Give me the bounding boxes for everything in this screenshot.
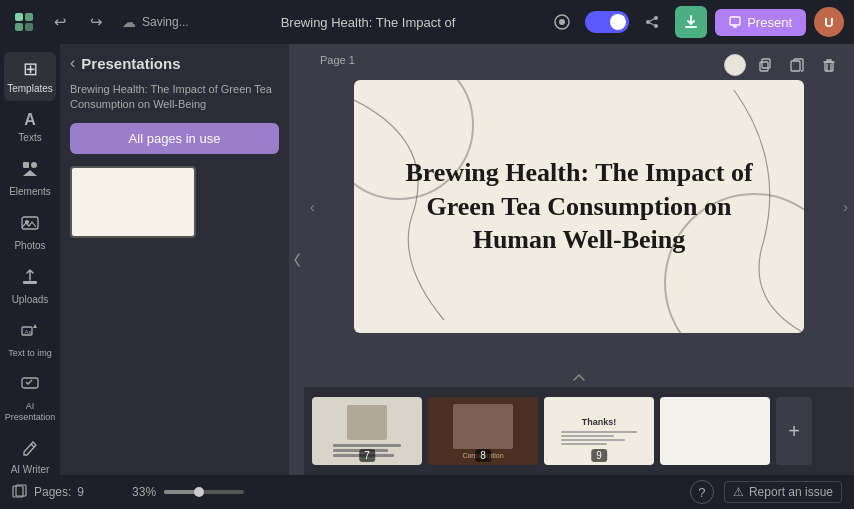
scroll-left-button[interactable]: ‹	[310, 199, 315, 215]
duplicate-button[interactable]	[752, 52, 778, 78]
svg-rect-23	[22, 378, 38, 388]
zoom-slider-fill	[164, 490, 196, 494]
help-button[interactable]: ?	[690, 480, 714, 504]
uploads-icon	[21, 268, 39, 291]
filmstrip-slide-7[interactable]: 7	[312, 397, 422, 465]
svg-rect-28	[791, 61, 800, 71]
pages-count: 9	[77, 485, 84, 499]
zoom-slider-thumb	[194, 487, 204, 497]
sidebar-collapse-handle[interactable]	[290, 44, 304, 475]
present-button[interactable]: Present	[715, 9, 806, 36]
user-avatar[interactable]: U	[814, 7, 844, 37]
svg-rect-2	[15, 23, 23, 31]
filmstrip-slide-8[interactable]: Consumption 8	[428, 397, 538, 465]
panel-subtitle: Brewing Health: The Impact of Green Tea …	[70, 82, 279, 113]
filmstrip-slide-blank[interactable]	[660, 397, 770, 465]
topbar-actions: Present U	[547, 6, 844, 38]
redo-button[interactable]: ↪	[82, 8, 110, 36]
page-style-indicator[interactable]	[724, 54, 746, 76]
page-label: Page 1	[320, 54, 355, 66]
templates-icon: ⊞	[23, 58, 38, 80]
thumb-image-area	[347, 405, 387, 440]
thumb-lines	[561, 431, 636, 445]
document-title[interactable]: Brewing Health: The Impact of	[197, 15, 539, 30]
slide-number-badge: 7	[359, 449, 375, 462]
slide-number-badge: 9	[591, 449, 607, 462]
zoom-area: 33%	[132, 485, 244, 499]
svg-rect-14	[23, 162, 29, 168]
thumb-thanks-title: Thanks!	[582, 417, 617, 427]
all-pages-button[interactable]: All pages in use	[70, 123, 279, 154]
ai-presentation-icon	[21, 375, 39, 398]
sidebar-item-templates[interactable]: ⊞ Templates	[4, 52, 56, 101]
warning-icon: ⚠	[733, 485, 744, 499]
sidebar-item-ai-writer[interactable]: AI Writer	[4, 432, 56, 475]
sidebar-item-texts[interactable]: A Texts	[4, 105, 56, 150]
panel-back-button[interactable]: ‹	[70, 54, 75, 72]
filmstrip-slide-9[interactable]: Thanks! 9	[544, 397, 654, 465]
filmstrip: 7 Consumption 8 Thanks!	[304, 387, 854, 475]
sidebar-item-uploads[interactable]: Uploads	[4, 262, 56, 312]
filmstrip-expand-handle[interactable]	[304, 369, 854, 387]
text-to-img-icon: Aa	[21, 322, 39, 345]
bottombar-right: ? ⚠ Report an issue	[690, 480, 842, 504]
panel-title: Presentations	[81, 55, 180, 72]
svg-point-5	[559, 19, 565, 25]
add-page-button[interactable]: +	[776, 397, 812, 465]
svg-rect-29	[825, 62, 833, 71]
svg-rect-11	[730, 17, 740, 25]
photos-icon	[21, 214, 39, 237]
svg-rect-0	[15, 13, 23, 21]
svg-marker-22	[33, 324, 37, 328]
icon-sidebar: ⊞ Templates A Texts Elements Photos Uplo…	[0, 44, 60, 475]
svg-rect-3	[25, 23, 33, 31]
svg-text:Aa: Aa	[25, 329, 33, 335]
sidebar-item-text-to-img[interactable]: Aa Text to img	[4, 316, 56, 365]
delete-button[interactable]	[816, 52, 842, 78]
cloud-icon: ☁	[122, 14, 136, 30]
svg-line-10	[648, 22, 656, 26]
svg-rect-27	[762, 59, 770, 68]
main-area: ⊞ Templates A Texts Elements Photos Uplo…	[0, 44, 854, 475]
svg-marker-16	[23, 170, 37, 176]
app-logo[interactable]	[10, 8, 38, 36]
svg-rect-26	[760, 62, 768, 71]
saving-status: ☁ Saving...	[122, 14, 189, 30]
zoom-level: 33%	[132, 485, 156, 499]
bottombar: Pages: 9 33% ? ⚠ Report an issue	[0, 475, 854, 509]
undo-button[interactable]: ↩	[46, 8, 74, 36]
slide-canvas[interactable]: Brewing Health: The Impact of Green Tea …	[354, 80, 804, 333]
svg-rect-1	[25, 13, 33, 21]
svg-rect-19	[23, 281, 37, 284]
report-issue-button[interactable]: ⚠ Report an issue	[724, 481, 842, 503]
ai-button[interactable]	[547, 7, 577, 37]
pages-label: Pages:	[34, 485, 71, 499]
canvas-scroll: Page 1 ‹ ›	[304, 44, 854, 369]
download-button[interactable]	[675, 6, 707, 38]
thumb-dark-image	[453, 404, 513, 449]
toggle-switch[interactable]	[585, 11, 629, 33]
sidebar-item-photos[interactable]: Photos	[4, 208, 56, 258]
copy-button[interactable]	[784, 52, 810, 78]
slide-thumbnail-preview[interactable]	[70, 166, 196, 238]
elements-icon	[21, 160, 39, 183]
panel-header: ‹ Presentations	[70, 54, 279, 72]
slide-content: Brewing Health: The Impact of Green Tea …	[375, 126, 782, 287]
scroll-right-button[interactable]: ›	[843, 199, 848, 215]
sidebar-item-elements[interactable]: Elements	[4, 154, 56, 204]
sidebar-item-ai-presentation[interactable]: AI Presentation	[4, 369, 56, 429]
zoom-slider[interactable]	[164, 490, 244, 494]
canvas-area: Page 1 ‹ ›	[304, 44, 854, 475]
slide-main-title: Brewing Health: The Impact of Green Tea …	[405, 156, 752, 257]
texts-icon: A	[24, 111, 36, 129]
share-button[interactable]	[637, 7, 667, 37]
topbar: ↩ ↪ ☁ Saving... Brewing Health: The Impa…	[0, 0, 854, 44]
svg-point-15	[31, 162, 37, 168]
ai-writer-icon	[21, 438, 39, 461]
pages-info: Pages: 9	[12, 484, 84, 501]
svg-line-9	[648, 18, 656, 22]
svg-rect-31	[16, 485, 26, 496]
page-actions	[724, 52, 842, 78]
pages-icon	[12, 484, 28, 501]
svg-rect-30	[13, 486, 23, 497]
